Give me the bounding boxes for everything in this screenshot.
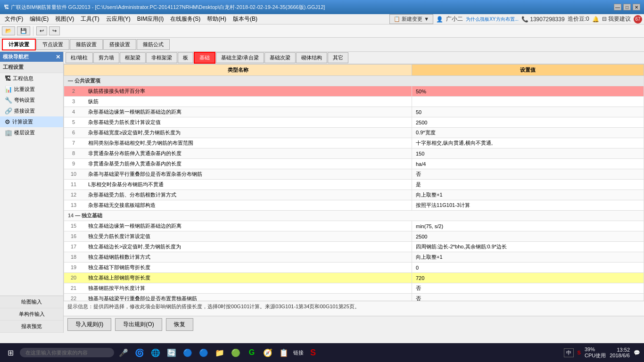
menu-tools[interactable]: 工具(T) (78, 14, 102, 24)
tab-other[interactable]: 其它 (328, 52, 348, 63)
undo-button[interactable]: ↩ (36, 26, 47, 35)
tab-foundation-secondary-beam[interactable]: 基础次梁 (264, 52, 296, 63)
minimize-button[interactable]: — (614, 4, 621, 10)
badge: 67 (634, 15, 642, 24)
menu-edit[interactable]: 编辑(E) (27, 14, 51, 24)
single-part-input-button[interactable]: 单构件输入 (0, 308, 63, 321)
table-row[interactable]: 15 独立基础边缘第一根钢筋距基础边的距离min(75, s/2) (64, 221, 644, 231)
sidebar-item-weight[interactable]: 📊 比重设置 (0, 84, 63, 95)
open-button[interactable]: 📂 (2, 26, 15, 35)
table-row[interactable]: 16 独立受力筋长度计算设定值2500 (64, 231, 644, 242)
tab-stirrup-settings[interactable]: 箍筋设置 (70, 39, 103, 50)
taskbar-green-icon[interactable]: 🟢 (229, 346, 242, 359)
menu-file[interactable]: 文件(F) (2, 14, 26, 24)
menu-cloud[interactable]: 云应用(Y) (103, 14, 133, 24)
table-row[interactable]: 7 相同类别杂形基础相交时,受力钢筋的布置范围十字形相交,纵向贯通,横向不贯通, (64, 138, 644, 148)
taskbar-notification-icon[interactable]: 💬 (634, 350, 640, 356)
tab-shear-wall[interactable]: 剪力墙 (93, 52, 119, 63)
sidebar-item-project-info[interactable]: 🏗 工程信息 (0, 73, 63, 84)
table-row[interactable]: 17 独立基础边长>设定值时,受力钢筋长度为四周钢筋:边长-2*bho,其余钢筋… (64, 242, 644, 252)
settings-table: 类型名称 设置值 — 公共设置项2 纵筋搭接接头错开百分率50%3 纵筋4 杂形… (64, 64, 644, 301)
table-row[interactable]: 21 独基钢筋按平均长度计算否 (64, 283, 644, 294)
table-row[interactable]: 6 杂形基础宽度≥设定值时,受力钢筋长度为0.9*宽度 (64, 128, 644, 138)
table-row[interactable]: 19 独立基础下部钢筋弯折长度0 (64, 263, 644, 273)
taskbar-folder-icon[interactable]: 📁 (213, 346, 226, 359)
report-preview-button[interactable]: 报表预览 (0, 321, 63, 333)
taskbar-date-display: 2018/6/6 (610, 353, 630, 358)
menu-version[interactable]: 版本号(B) (230, 14, 260, 24)
tab-splice-settings[interactable]: 搭接设置 (103, 39, 136, 50)
table-row[interactable]: 5 杂形基础受力筋长度计算设定值2500 (64, 117, 644, 128)
reset-button[interactable]: 恢复 (166, 318, 193, 331)
menu-bim[interactable]: BIM应用(I) (134, 14, 167, 24)
taskbar-ie2-icon[interactable]: 🔵 (197, 346, 210, 359)
taskbar-s-icon[interactable]: S (306, 346, 320, 359)
new-change-button[interactable]: 📋 新建变更 ▼ (389, 14, 433, 24)
sidebar-item-hook[interactable]: 🔧 弯钩设置 (0, 95, 63, 106)
taskbar-nav-icon[interactable]: 🧭 (261, 346, 274, 359)
phone-number: 📞 13907298339 (521, 16, 565, 23)
tab-column[interactable]: 柱/墙柱 (66, 52, 93, 63)
user-icon: 👤 (436, 16, 443, 23)
tab-non-frame-beam[interactable]: 非框架梁 (146, 52, 177, 63)
close-button[interactable]: ✕ (633, 4, 640, 10)
window-title: 广联达BIM钢筋算量软件 GGJ2013 - [C:\Users\Adminis… (11, 4, 325, 11)
tab-foundation[interactable]: 基础 (194, 52, 215, 64)
taskbar-input-method[interactable]: 中 (564, 348, 574, 357)
taskbar-icon2[interactable]: 🌐 (149, 346, 162, 359)
menu-help[interactable]: 帮助(H) (204, 14, 229, 24)
taskbar-mic-icon[interactable]: 🎤 (117, 346, 130, 359)
table-section-row: — 公共设置项 (64, 76, 644, 86)
table-row[interactable]: 20 独立基础上部钢筋弯折长度720 (64, 273, 644, 283)
sidebar-title: 模块导航栏 (3, 53, 29, 60)
table-row[interactable]: 4 杂形基础边缘第一根钢筋距基础边的距离50 (64, 107, 644, 117)
menu-online[interactable]: 在线服务(S) (167, 14, 203, 24)
sidebar-item-floor[interactable]: 🏢 楼层设置 (0, 127, 63, 138)
table-row[interactable]: 18 独立基础钢筋根数计算方式向上取整+1 (64, 252, 644, 263)
tab-stirrup-formula[interactable]: 箍筋公式 (137, 39, 170, 50)
sidebar-close-button[interactable]: ✕ (56, 54, 60, 60)
sidebar-label-floor: 楼层设置 (14, 129, 35, 136)
table-row[interactable]: 2 纵筋搭接接头错开百分率50% (64, 86, 644, 97)
windows-start-button[interactable]: ⊞ (4, 346, 17, 359)
taskbar-app-icon[interactable]: 📋 (277, 346, 290, 359)
sidebar-item-calc[interactable]: ⚙ 计算设置 (0, 116, 63, 127)
floor-icon: 🏢 (5, 129, 12, 136)
taskbar-icon1[interactable]: 🌀 (133, 346, 146, 359)
tab-node-settings[interactable]: 节点设置 (36, 39, 69, 50)
menu-view[interactable]: 视图(V) (52, 14, 77, 24)
table-row[interactable]: 12 杂形基础受力筋、分布筋根数计算方式向上取整+1 (64, 190, 644, 200)
tab-calc-settings[interactable]: 计算设置 (2, 39, 36, 50)
taskbar-time-display: 13:52 (610, 347, 630, 353)
feedback-button[interactable]: ⊟ 我要建议 (602, 15, 631, 23)
taskbar-icon3[interactable]: 🔄 (165, 346, 178, 359)
bell-icon[interactable]: 🔔 (592, 16, 599, 23)
export-rules-button[interactable]: 导出规则(O) (115, 318, 162, 331)
table-row[interactable]: 13 杂形基础无交接底板端部构造按照平法11G101-3计算 (64, 200, 644, 211)
calc-tab-bar: 计算设置 节点设置 箍筋设置 搭接设置 箍筋公式 (0, 38, 644, 52)
tab-masonry[interactable]: 砌体结构 (296, 52, 327, 63)
sidebar-item-splice[interactable]: 🔗 搭接设置 (0, 106, 63, 116)
taskbar-g-icon[interactable]: G (245, 346, 258, 359)
title-bar: 🏗 广联达BIM钢筋算量软件 GGJ2013 - [C:\Users\Admin… (0, 0, 644, 14)
maximize-button[interactable]: □ (623, 4, 631, 10)
tab-foundation-main-beam[interactable]: 基础主梁/承台梁 (216, 52, 264, 63)
table-row[interactable]: 3 纵筋 (64, 97, 644, 107)
table-row[interactable]: 22 独基与基础梁平行重叠部位是否布置贯独基钢筋否 (64, 294, 644, 301)
info-bar: 提示信息：提供四种选择，修改此项会影响钢筋的搭接长度，选择0时按00G101计算… (64, 301, 644, 316)
taskbar-ie-icon[interactable]: 🔵 (181, 346, 194, 359)
redo-button[interactable]: ↪ (49, 26, 60, 35)
draw-input-button[interactable]: 绘图输入 (0, 296, 63, 308)
save-button[interactable]: 💾 (17, 26, 30, 35)
tab-slab[interactable]: 板 (178, 52, 193, 63)
tab-frame-beam[interactable]: 框架梁 (120, 52, 146, 63)
username: 广小二 (446, 15, 463, 23)
import-rules-button[interactable]: 导入规则(I) (67, 318, 111, 331)
table-section-row: 14 — 独立基础 (64, 211, 644, 221)
table-row[interactable]: 9 非贯通杂基受力筋伸入贯通杂基内的长度ha/4 (64, 159, 644, 169)
table-row[interactable]: 8 非贯通杂基分布筋伸入贯通杂基内的长度150 (64, 148, 644, 159)
table-row[interactable]: 10 杂基与基础梁平行重叠部位是否布置杂基分布钢筋否 (64, 169, 644, 180)
taskbar-search-input[interactable] (20, 348, 114, 357)
sidebar-label-hook: 弯钩设置 (14, 97, 35, 104)
table-row[interactable]: 11 L形相交时杂基分布钢筋均不贯通是 (64, 180, 644, 190)
